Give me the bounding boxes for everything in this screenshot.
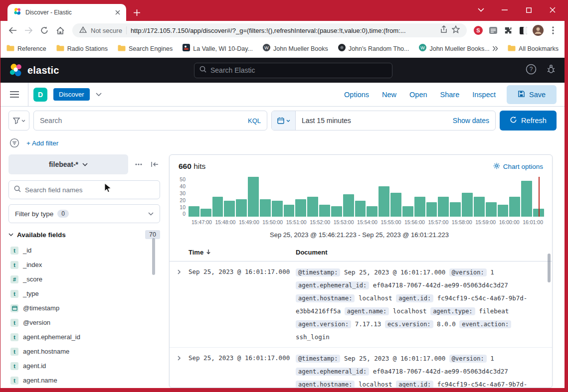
- nav-link-open[interactable]: Open: [409, 91, 427, 99]
- filter-by-type[interactable]: Filter by type 0: [8, 204, 160, 223]
- histogram-bar[interactable]: [390, 193, 401, 217]
- extension-s-icon[interactable]: S: [472, 24, 485, 37]
- bookmark-star-icon[interactable]: [452, 25, 460, 35]
- histogram-bar[interactable]: [367, 206, 378, 217]
- extension-bw-icon[interactable]: [517, 24, 530, 37]
- bookmark-item[interactable]: WJohn Mueller Books...: [419, 44, 489, 53]
- histogram-bar[interactable]: [260, 199, 271, 217]
- histogram-bar[interactable]: [379, 186, 389, 217]
- bookmark-item[interactable]: Search Engines: [118, 44, 173, 53]
- histogram-bar[interactable]: [236, 199, 247, 217]
- filter-circle-icon[interactable]: [9, 138, 19, 148]
- results-scrollbar[interactable]: [548, 254, 551, 282]
- histogram-bar[interactable]: [189, 206, 199, 217]
- histogram-bar[interactable]: [319, 205, 330, 217]
- global-search[interactable]: [194, 63, 392, 78]
- reload-icon[interactable]: [37, 23, 51, 37]
- share-icon[interactable]: [440, 25, 448, 35]
- query-search-input[interactable]: [40, 117, 244, 125]
- extensions-puzzle-icon[interactable]: [502, 24, 515, 37]
- home-icon[interactable]: [53, 23, 67, 37]
- space-badge[interactable]: D: [33, 88, 47, 102]
- all-bookmarks-button[interactable]: All Bookmarks: [508, 44, 559, 53]
- field-item-_index[interactable]: t_index: [8, 258, 160, 272]
- histogram-bar[interactable]: [307, 197, 318, 217]
- extension-mail-icon[interactable]: [487, 24, 500, 37]
- back-icon[interactable]: [5, 23, 19, 37]
- save-button[interactable]: Save: [507, 85, 557, 104]
- histogram-bar[interactable]: [462, 193, 473, 217]
- histogram-bar[interactable]: [509, 197, 520, 217]
- refresh-button[interactable]: Refresh: [500, 111, 557, 131]
- bookmark-item[interactable]: WJohn Mueller Books: [263, 44, 328, 53]
- breadcrumb-discover[interactable]: Discover: [53, 88, 90, 101]
- histogram-bar[interactable]: [343, 194, 354, 217]
- bug-icon[interactable]: [546, 64, 557, 77]
- field-item-agent.ephemeral_id[interactable]: tagent.ephemeral_id: [8, 330, 160, 344]
- global-search-input[interactable]: [210, 66, 387, 74]
- histogram-bar[interactable]: [200, 209, 211, 217]
- show-dates-button[interactable]: Show dates: [453, 117, 495, 125]
- nav-link-options[interactable]: Options: [344, 91, 369, 99]
- kql-badge[interactable]: KQL: [248, 117, 261, 125]
- histogram-bar[interactable]: [295, 199, 306, 217]
- bookmarks-overflow-icon[interactable]: [492, 44, 499, 53]
- histogram-bar[interactable]: [474, 197, 485, 217]
- browser-menu-kebab-icon[interactable]: [547, 24, 560, 37]
- new-tab-button[interactable]: [129, 5, 144, 20]
- bookmark-item[interactable]: John's Random Tho...: [338, 44, 409, 53]
- bookmark-item[interactable]: La Valle, WI 10-Day...: [183, 44, 253, 53]
- saved-query-filter-icon[interactable]: [8, 111, 29, 131]
- nav-link-inspect[interactable]: Inspect: [472, 91, 496, 99]
- field-item-_type[interactable]: t_type: [8, 286, 160, 301]
- histogram-bar[interactable]: [402, 206, 413, 217]
- tab-close-icon[interactable]: [113, 8, 122, 17]
- close-window-button[interactable]: [546, 3, 560, 17]
- field-item-@version[interactable]: t@version: [8, 315, 160, 330]
- histogram-bar[interactable]: [486, 202, 497, 217]
- tab-list-chevron-icon[interactable]: [474, 3, 488, 17]
- minimize-button[interactable]: [498, 3, 512, 17]
- histogram-bar[interactable]: [331, 206, 342, 217]
- url-text[interactable]: http://172.105.7.150/app/discover#/?_g=(…: [131, 27, 436, 34]
- calendar-icon[interactable]: [272, 111, 296, 130]
- chart-options-button[interactable]: Chart options: [493, 162, 543, 171]
- help-icon[interactable]: ?: [526, 64, 537, 77]
- nav-link-share[interactable]: Share: [440, 91, 460, 99]
- field-options-dots-icon[interactable]: [133, 159, 144, 170]
- histogram-bar[interactable]: [224, 201, 235, 217]
- histogram-bar[interactable]: [414, 197, 425, 217]
- elastic-logo[interactable]: elastic: [8, 63, 59, 78]
- index-pattern-selector[interactable]: filebeat-*: [8, 154, 128, 174]
- time-range-value[interactable]: Last 15 minutes: [296, 117, 453, 125]
- histogram-bar[interactable]: [272, 201, 283, 217]
- nav-link-new[interactable]: New: [382, 91, 396, 99]
- histogram-bar[interactable]: [212, 197, 223, 217]
- chevron-down-icon[interactable]: [96, 93, 102, 96]
- add-filter-button[interactable]: + Add filter: [26, 139, 58, 147]
- field-item-agent.name[interactable]: tagent.name: [8, 373, 160, 388]
- histogram-bar[interactable]: [521, 181, 532, 217]
- field-item-agent.id[interactable]: tagent.id: [8, 359, 160, 373]
- field-item-_score[interactable]: #_score: [8, 272, 160, 286]
- histogram-bar[interactable]: [498, 205, 509, 217]
- bookmark-item[interactable]: Reference: [6, 44, 46, 53]
- collapse-sidebar-icon[interactable]: [149, 159, 160, 170]
- address-bar[interactable]: Not secure http://172.105.7.150/app/disc…: [72, 23, 467, 37]
- forward-icon[interactable]: [21, 23, 35, 37]
- field-item-@timestamp[interactable]: @timestamp: [8, 301, 160, 315]
- time-column-header[interactable]: Time: [189, 249, 296, 256]
- maximize-button[interactable]: [522, 3, 536, 17]
- field-item-agent.hostname[interactable]: tagent.hostname: [8, 344, 160, 359]
- profile-avatar[interactable]: [532, 24, 545, 37]
- expand-row-icon[interactable]: [170, 352, 189, 388]
- histogram-bar[interactable]: [438, 197, 449, 217]
- histogram-bar[interactable]: [248, 177, 259, 217]
- histogram-bar[interactable]: [450, 202, 461, 217]
- not-secure-warning-icon[interactable]: [79, 26, 87, 35]
- browser-tab[interactable]: Discover - Elastic: [7, 4, 126, 21]
- field-search-input[interactable]: [25, 186, 155, 194]
- histogram-bar[interactable]: [426, 202, 437, 217]
- field-item-_id[interactable]: t_id: [8, 243, 160, 258]
- expand-row-icon[interactable]: [170, 266, 189, 344]
